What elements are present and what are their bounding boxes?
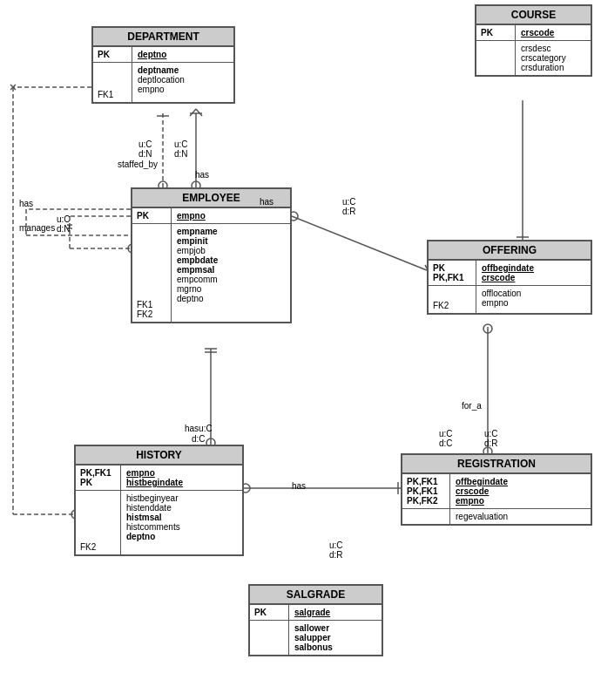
label-dn-dept-has: d:N: [174, 149, 188, 159]
emp-attr-6: empcomm: [177, 275, 218, 284]
course-title: COURSE: [476, 6, 591, 25]
svg-point-25: [483, 324, 492, 333]
dept-attr-2: deptlocation: [138, 75, 185, 85]
svg-line-17: [292, 216, 427, 270]
hist-attr-4: histcomments: [126, 522, 180, 532]
department-entity: DEPARTMENT PK deptno FK1 deptname deptlo…: [91, 26, 235, 104]
emp-attr-5: empmsal: [177, 265, 218, 275]
label-uc-off-reg-1: u:C: [439, 429, 453, 438]
history-entity: HISTORY PK,FK1 PK empno histbegindate FK…: [74, 445, 244, 556]
label-uc-off-reg-2: u:C: [484, 429, 498, 438]
department-title: DEPARTMENT: [93, 28, 233, 47]
dept-pk-attr: deptno: [138, 50, 166, 59]
hist-attr-1: histbeginyear: [126, 493, 180, 503]
offering-pk1-label: PK: [433, 263, 471, 273]
sal-attr-2: salupper: [294, 633, 333, 642]
hist-attr-3: histmsal: [126, 513, 180, 522]
dept-pk-label: PK: [98, 50, 127, 59]
course-pk-attr: crscode: [521, 28, 554, 37]
offering-pk2-label: PK,FK1: [433, 273, 471, 282]
label-staffed-by: staffed_by: [118, 160, 158, 169]
label-dc-off-reg-1: d:C: [439, 438, 453, 448]
reg-pk2-label: PK,FK1: [407, 486, 445, 496]
reg-pk3-label: PK,FK2: [407, 496, 445, 506]
label-uc-manages: u:C: [57, 214, 71, 224]
offering-pk-attr-2: crscode: [482, 273, 534, 282]
label-dn-dept-staffed: d:N: [138, 149, 152, 159]
dept-fk1-label: FK1: [98, 90, 127, 99]
registration-entity: REGISTRATION PK,FK1 PK,FK1 PK,FK2 offbeg…: [401, 453, 592, 526]
label-has-emp-off: has: [260, 197, 273, 207]
reg-attr-1: regevaluation: [456, 512, 508, 521]
label-uc-emp-off: u:C: [342, 197, 356, 207]
reg-pk1-label: PK,FK1: [407, 477, 445, 486]
hist-attr-2: histenddate: [126, 503, 180, 513]
label-uc-hist-reg: u:C: [329, 540, 343, 550]
offering-attr-1: offlocation: [482, 289, 521, 298]
course-entity: COURSE PK crscode crsdesc crscategory cr…: [475, 4, 592, 77]
label-has-dept-emp: has: [195, 170, 209, 180]
offering-pk-attr-1: offbegindate: [482, 263, 534, 273]
hist-attr-5: deptno: [126, 532, 180, 541]
reg-pk-attr-3: empno: [456, 496, 508, 506]
registration-title: REGISTRATION: [402, 455, 591, 474]
label-for-a: for_a: [462, 401, 482, 411]
svg-line-5: [190, 109, 196, 116]
hist-pk1-label: PK,FK1: [80, 468, 116, 478]
emp-attr-1: empname: [177, 227, 218, 236]
course-pk-label: PK: [481, 28, 510, 37]
svg-line-37: [10, 85, 16, 90]
emp-attr-3: empjob: [177, 246, 218, 255]
course-attr-2: crscategory: [521, 53, 566, 63]
emp-attr-2: empinit: [177, 236, 218, 246]
emp-pk-label: PK: [137, 211, 166, 221]
label-manages: manages: [19, 223, 55, 233]
label-has-left: has: [19, 199, 33, 208]
salgrade-title: SALGRADE: [250, 586, 382, 605]
label-dc-hist: d:C: [192, 434, 206, 444]
hist-pk-attr-1: empno: [126, 468, 183, 478]
emp-attr-8: deptno: [177, 294, 218, 303]
hist-pk2-label: PK: [80, 478, 116, 487]
history-title: HISTORY: [76, 446, 242, 466]
emp-attr-7: mgrno: [177, 284, 218, 294]
label-dr-emp-off: d:R: [342, 207, 356, 216]
sal-pk-attr: salgrade: [294, 608, 330, 617]
sal-attr-3: salbonus: [294, 642, 333, 652]
offering-title: OFFERING: [429, 241, 591, 261]
label-uc-dept-has: u:C: [174, 139, 188, 149]
svg-line-36: [10, 85, 16, 90]
label-hasu-hist: hasu:C: [185, 424, 213, 433]
offering-entity: OFFERING PK PK,FK1 offbegindate crscode …: [427, 240, 592, 315]
emp-fk1-label: FK1: [137, 300, 166, 309]
offering-attr-2: empno: [482, 298, 521, 308]
dept-attr-3: empno: [138, 85, 185, 94]
emp-pk-attr: empno: [177, 211, 206, 221]
offering-fk2-label: FK2: [433, 301, 471, 310]
label-uc-dept-staffed: u:C: [138, 139, 152, 149]
reg-pk-attr-1: offbegindate: [456, 477, 508, 486]
hist-fk2-label: FK2: [80, 542, 116, 552]
label-has-hist-reg: has: [292, 481, 306, 491]
diagram-container: COURSE PK crscode crsdesc crscategory cr…: [0, 0, 601, 700]
employee-entity: EMPLOYEE PK empno FK1 FK2 empname empini…: [131, 187, 292, 323]
hist-pk-attr-2: histbegindate: [126, 478, 183, 487]
sal-pk-label: PK: [254, 608, 284, 617]
emp-fk2-label: FK2: [137, 309, 166, 319]
course-attr-1: crsdesc: [521, 44, 566, 53]
emp-attr-4: empbdate: [177, 255, 218, 265]
reg-pk-attr-2: crscode: [456, 486, 508, 496]
label-dn-manages: d:N: [57, 224, 71, 234]
sal-attr-1: sallower: [294, 623, 333, 633]
salgrade-entity: SALGRADE PK salgrade sallower salupper s…: [248, 584, 383, 656]
dept-attr-1: deptname: [138, 65, 185, 75]
label-dr-hist-reg: d:R: [329, 550, 343, 560]
course-attr-3: crsduration: [521, 63, 566, 72]
label-dr-off-reg-2: d:R: [484, 438, 498, 448]
svg-line-6: [196, 109, 202, 116]
